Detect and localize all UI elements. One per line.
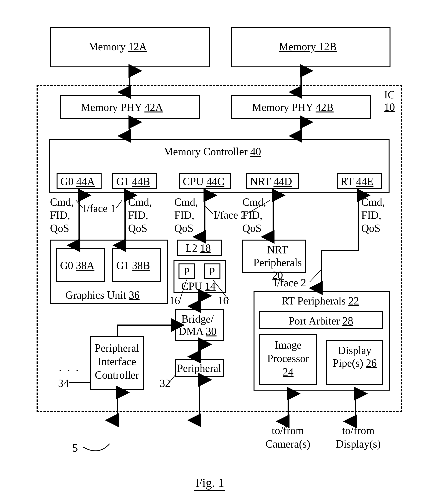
- bridge-dma-label: Bridge/DMA 30: [178, 313, 217, 337]
- graphics-unit-label: Graphics Unit 36: [66, 289, 140, 301]
- cpu-core-p2-label: P: [209, 265, 215, 278]
- figure-ref: 5: [72, 441, 78, 454]
- cmd-cpu: Cmd,FID,QoS: [174, 195, 198, 235]
- peripheral-ref: 32: [160, 377, 170, 389]
- port-cpu-label: CPU 44C: [183, 175, 224, 188]
- phy-42b-label: Memory PHY 42B: [252, 101, 334, 114]
- cmd-g0: Cmd,FID,QoS: [50, 195, 74, 235]
- cpu-core-p1-label: P: [184, 265, 189, 278]
- nrt-peripherals-label: NRTPeripherals 20: [252, 243, 304, 282]
- cmd-g1: Cmd,FID,QoS: [128, 195, 152, 235]
- l2-label: L2 18: [186, 242, 211, 254]
- port-nrt-label: NRT 44D: [250, 175, 292, 188]
- memory-controller-label: Memory Controller 40: [164, 145, 261, 158]
- cpu-core-ref-r: 16: [218, 294, 229, 307]
- ic-label: IC10: [384, 89, 395, 113]
- port-g0-label: G0 44A: [60, 175, 95, 188]
- pic-label: PeripheralInterfaceController: [92, 341, 142, 382]
- peripheral-label: Peripheral: [177, 362, 221, 374]
- display-pipes-label: DisplayPipe(s) 26: [330, 344, 379, 369]
- pic-ref: 34: [58, 377, 69, 389]
- gfx-g0-label: G0 38A: [60, 259, 94, 272]
- iface1-label: I/face 1: [83, 202, 116, 215]
- diagram-canvas: Memory 12A Memory 12B IC10 Memory PHY 42…: [0, 0, 438, 504]
- memory-12a-label: Memory 12A: [88, 40, 147, 53]
- cpu-core-ref-l: 16: [169, 294, 180, 307]
- image-processor-label: ImageProcessor24: [263, 338, 314, 379]
- tofrom-cameras: to/fromCamera(s): [265, 424, 310, 451]
- phy-42a-label: Memory PHY 42A: [81, 101, 163, 114]
- cmd-rt: Cmd,FID,QoS: [361, 195, 385, 235]
- figure-caption: Fig. 1: [194, 476, 225, 491]
- cpu-label: CPU 14: [181, 280, 216, 292]
- rt-peripherals-label: RT Peripherals 22: [282, 295, 359, 307]
- port-arbiter-label: Port Arbiter 28: [289, 315, 353, 327]
- iface2-label-top: I/face 2: [214, 209, 246, 221]
- gfx-g1-label: G1 38B: [116, 259, 150, 272]
- dots: . . .: [59, 361, 80, 374]
- port-g1-label: G1 44B: [116, 175, 150, 188]
- tofrom-displays: to/fromDisplay(s): [336, 424, 381, 451]
- memory-12b-label: Memory 12B: [279, 40, 337, 53]
- port-rt-label: RT 44E: [340, 175, 373, 188]
